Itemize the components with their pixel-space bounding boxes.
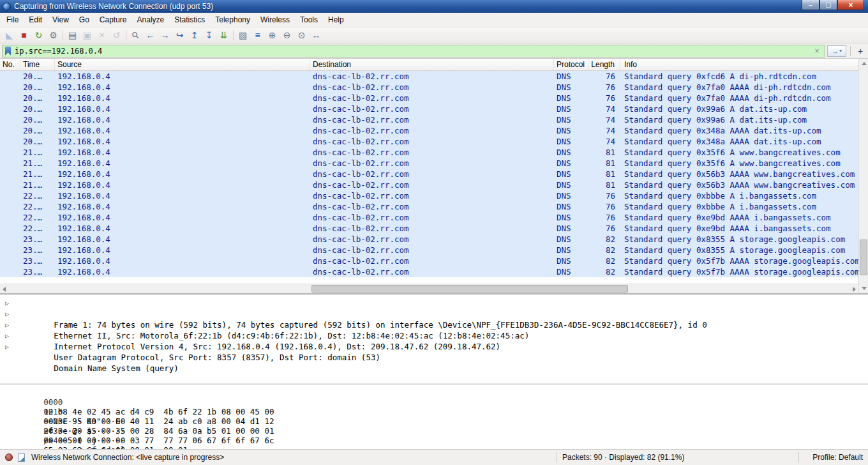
toolbar-separator[interactable]	[61, 29, 65, 42]
cell-no	[0, 71, 20, 82]
start-capture-icon[interactable]: ◣	[2, 29, 17, 42]
packet-row[interactable]: 20.… 192.168.0.4 dns-cac-lb-02.rr.com DN…	[0, 103, 858, 114]
packet-row[interactable]: 21.… 192.168.0.4 dns-cac-lb-02.rr.com DN…	[0, 179, 858, 190]
zoom-in-icon[interactable]: ⊕	[265, 29, 280, 42]
packet-row[interactable]: 21.… 192.168.0.4 dns-cac-lb-02.rr.com DN…	[0, 147, 858, 158]
toolbar-separator[interactable]	[124, 29, 128, 42]
expand-arrow-icon[interactable]: ▷	[5, 298, 9, 309]
clear-filter-icon[interactable]: ×	[812, 47, 822, 56]
packet-row[interactable]: 21.… 192.168.0.4 dns-cac-lb-02.rr.com DN…	[0, 158, 858, 169]
packet-row[interactable]: 22.… 192.168.0.4 dns-cac-lb-02.rr.com DN…	[0, 201, 858, 212]
vertical-scrollbar[interactable]	[858, 59, 868, 293]
vertical-scrollbar-thumb[interactable]	[860, 240, 867, 275]
go-first-packet-icon[interactable]: ↥	[187, 29, 202, 42]
restart-capture-icon[interactable]: ↻	[31, 29, 46, 42]
menu-item[interactable]: Analyze	[132, 13, 170, 26]
close-button[interactable]: ×	[837, 0, 864, 10]
packet-row[interactable]: 20.… 192.168.0.4 dns-cac-lb-02.rr.com DN…	[0, 136, 858, 147]
toolbar-separator[interactable]	[231, 29, 236, 42]
menu-item[interactable]: File	[1, 13, 24, 26]
horizontal-scrollbar[interactable]	[0, 284, 858, 293]
column-header-info[interactable]: Info	[620, 59, 858, 70]
scroll-up-icon[interactable]	[862, 62, 867, 65]
stop-capture-icon[interactable]: ■	[17, 29, 31, 42]
scroll-down-icon[interactable]	[862, 287, 867, 290]
menu-item[interactable]: Statistics	[169, 13, 210, 26]
expand-arrow-icon[interactable]: ▷	[5, 309, 9, 319]
packet-row[interactable]: 20.… 192.168.0.4 dns-cac-lb-02.rr.com DN…	[0, 71, 858, 82]
expert-info-icon[interactable]	[5, 454, 13, 461]
go-last-packet-icon[interactable]: ↧	[202, 29, 216, 42]
packet-row[interactable]: 22.… 192.168.0.4 dns-cac-lb-02.rr.com DN…	[0, 190, 858, 201]
packet-list-icon[interactable]: ≡	[250, 29, 265, 42]
expand-arrow-icon[interactable]: ▷	[5, 319, 9, 330]
detail-line[interactable]: ▷ Domain Name System (query)	[0, 341, 868, 352]
add-filter-button[interactable]: +	[855, 45, 866, 57]
column-header-time[interactable]: Time	[20, 59, 55, 70]
zoom-out-icon[interactable]: ⊖	[280, 29, 294, 42]
hex-line[interactable]: 0010 00 3c 95 09 00 00 40 11 24 ab c0 a8…	[5, 397, 868, 407]
hex-bytes[interactable]: 00 00 00 00 00 00 03 77 77 77 06 67 6f 6…	[43, 436, 280, 445]
packet-row[interactable]: 20.… 192.168.0.4 dns-cac-lb-02.rr.com DN…	[0, 93, 858, 103]
close-file-icon[interactable]: ×	[94, 29, 109, 42]
find-packet-icon[interactable]: ⚲	[128, 29, 143, 42]
packet-row[interactable]: 23.… 192.168.0.4 dns-cac-lb-02.rr.com DN…	[0, 266, 858, 277]
cell-source: 192.168.0.4	[55, 103, 310, 114]
packet-row[interactable]: 23.… 192.168.0.4 dns-cac-lb-02.rr.com DN…	[0, 245, 858, 255]
packet-row[interactable]: 20.… 192.168.0.4 dns-cac-lb-02.rr.com DN…	[0, 114, 858, 125]
menu-item[interactable]: Telephony	[210, 13, 255, 26]
display-filter-input[interactable]	[15, 47, 812, 56]
apply-filter-button[interactable]: → ▾	[827, 45, 846, 57]
menu-item[interactable]: Wireless	[255, 13, 295, 26]
column-header-destination[interactable]: Destination	[310, 59, 554, 70]
maximize-button[interactable]: ▢	[819, 0, 837, 10]
menu-item[interactable]: Help	[323, 13, 349, 26]
detail-line[interactable]: ▷ Frame 1: 74 bytes on wire (592 bits), …	[0, 298, 868, 309]
go-to-packet-icon[interactable]: ↪	[172, 29, 187, 42]
reload-icon[interactable]: ↺	[109, 29, 124, 42]
detail-line[interactable]: ▷ Ethernet II, Src: Motorola_6f:22:1b (d…	[0, 309, 868, 319]
packet-row[interactable]: 22.… 192.168.0.4 dns-cac-lb-02.rr.com DN…	[0, 223, 858, 234]
packet-row[interactable]: 23.… 192.168.0.4 dns-cac-lb-02.rr.com DN…	[0, 255, 858, 266]
menu-item[interactable]: Capture	[94, 13, 132, 26]
horizontal-scrollbar-thumb[interactable]	[311, 285, 628, 293]
expand-arrow-icon[interactable]: ▷	[5, 341, 9, 352]
colorize-icon[interactable]: ▧	[236, 29, 250, 42]
packet-row[interactable]: 21.… 192.168.0.4 dns-cac-lb-02.rr.com DN…	[0, 169, 858, 179]
open-file-icon[interactable]: ▤	[65, 29, 80, 42]
capture-options-icon[interactable]: ⚙	[46, 29, 61, 42]
hex-line[interactable]: 0000 12 b8 4e 02 45 ac d4 c9 4b 6f 22 1b…	[5, 388, 868, 397]
save-file-icon[interactable]: ▣	[80, 29, 94, 42]
hex-bytes[interactable]: 2f 3e 20 a5 00 35 00 28 84 6a 0a b5 01 0…	[43, 426, 280, 436]
filter-bookmark-icon[interactable]	[5, 47, 11, 56]
column-header-length[interactable]: Length	[588, 59, 620, 70]
detail-line[interactable]: ▷ Internet Protocol Version 4, Src: 192.…	[0, 319, 868, 330]
go-forward-icon[interactable]: →	[158, 29, 172, 42]
go-back-icon[interactable]: ←	[143, 29, 158, 42]
display-filter-field[interactable]: ×	[2, 45, 825, 57]
menu-item[interactable]: Edit	[24, 13, 47, 26]
column-header-no[interactable]: No.	[0, 59, 20, 70]
expand-arrow-icon[interactable]: ▷	[5, 330, 9, 341]
auto-scroll-icon[interactable]: ⇊	[216, 29, 231, 42]
hex-bytes[interactable]: 00 3c 95 09 00 00 40 11 24 ab c0 a8 00 0…	[43, 416, 280, 426]
resize-columns-icon[interactable]: ↔	[309, 29, 324, 42]
packet-row[interactable]: 20.… 192.168.0.4 dns-cac-lb-02.rr.com DN…	[0, 82, 858, 93]
packet-row[interactable]: 23.… 192.168.0.4 dns-cac-lb-02.rr.com DN…	[0, 234, 858, 245]
zoom-100-icon[interactable]: ⊙	[294, 29, 309, 42]
cell-length: 74	[588, 125, 620, 136]
scroll-right-icon[interactable]	[853, 287, 856, 292]
column-header-source[interactable]: Source	[55, 59, 310, 70]
packet-row[interactable]: 20.… 192.168.0.4 dns-cac-lb-02.rr.com DN…	[0, 125, 858, 136]
profile-text[interactable]: Profile: Default	[804, 453, 863, 462]
menu-item[interactable]: Tools	[295, 13, 323, 26]
capture-comment-icon[interactable]	[18, 454, 25, 462]
minimize-button[interactable]: –	[802, 0, 819, 10]
packet-row[interactable]: 22.… 192.168.0.4 dns-cac-lb-02.rr.com DN…	[0, 212, 858, 223]
scroll-left-icon[interactable]	[3, 287, 6, 292]
menu-item[interactable]: Go	[74, 13, 94, 26]
detail-line[interactable]: ▷ User Datagram Protocol, Src Port: 8357…	[0, 330, 868, 341]
menu-item[interactable]: View	[47, 13, 74, 26]
hex-bytes[interactable]: 12 b8 4e 02 45 ac d4 c9 4b 6f 22 1b 08 0…	[43, 407, 280, 416]
column-header-protocol[interactable]: Protocol	[554, 59, 588, 70]
